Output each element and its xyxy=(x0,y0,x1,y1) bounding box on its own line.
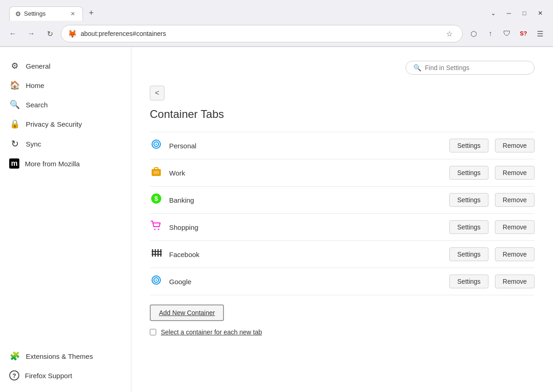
sidebar: ⚙ General 🏠 Home 🔍 Search 🔒 Privacy & Se… xyxy=(0,47,131,392)
chevron-down-button[interactable]: ⌄ xyxy=(486,6,500,19)
back-button[interactable]: ← xyxy=(6,26,20,41)
sync-icon: ↻ xyxy=(9,138,20,149)
sidebar-item-sync[interactable]: ↻ Sync xyxy=(0,134,131,154)
google-container-icon xyxy=(150,275,163,288)
shopping-container-icon xyxy=(150,220,163,234)
mozilla-icon: m xyxy=(9,158,19,169)
minimize-button[interactable]: ─ xyxy=(501,6,516,19)
container-name-facebook: Facebook xyxy=(169,251,443,258)
svg-text:$: $ xyxy=(154,195,158,202)
select-container-checkbox[interactable] xyxy=(150,329,156,335)
support-icon: ? xyxy=(9,370,19,380)
tab-close-button[interactable]: ✕ xyxy=(69,10,77,18)
lock-icon: 🔒 xyxy=(9,119,20,129)
table-row: $ Banking Settings Remove xyxy=(150,187,535,214)
facebook-settings-button[interactable]: Settings xyxy=(449,247,488,261)
window-controls: ⌄ ─ □ ✕ xyxy=(486,6,547,19)
table-row: Shopping Settings Remove xyxy=(150,214,535,241)
tab-title: Settings xyxy=(24,10,66,17)
work-settings-button[interactable]: Settings xyxy=(449,166,488,180)
select-container-row: Select a container for each new tab xyxy=(150,328,535,336)
sidebar-label-extensions: Extensions & Themes xyxy=(26,352,93,360)
gear-icon: ⚙ xyxy=(9,61,20,71)
work-remove-button[interactable]: Remove xyxy=(495,166,535,180)
sidebar-item-home[interactable]: 🏠 Home xyxy=(0,76,131,95)
sidebar-item-privacy[interactable]: 🔒 Privacy & Security xyxy=(0,114,131,134)
sidebar-label-sync: Sync xyxy=(26,140,41,148)
sidebar-item-search[interactable]: 🔍 Search xyxy=(0,95,131,114)
sidebar-item-support[interactable]: ? Firefox Support xyxy=(0,366,131,385)
sidebar-spacer xyxy=(0,173,131,182)
banking-container-icon: $ xyxy=(150,193,163,207)
browser-chrome: ⚙ Settings ✕ + ⌄ ─ □ ✕ ← → ↻ 🦊 about:pre… xyxy=(0,0,553,47)
shopping-settings-button[interactable]: Settings xyxy=(449,220,488,234)
sidebar-label-mozilla: More from Mozilla xyxy=(25,160,80,168)
menu-button[interactable]: ☰ xyxy=(533,26,547,41)
sp-button[interactable]: S? xyxy=(516,26,531,41)
tab-bar: ⚙ Settings ✕ + xyxy=(9,6,482,20)
table-row: Facebook Settings Remove xyxy=(150,241,535,268)
svg-point-18 xyxy=(156,280,157,281)
pocket-button[interactable]: ⬡ xyxy=(466,26,481,41)
banking-remove-button[interactable]: Remove xyxy=(495,193,535,207)
new-tab-button[interactable]: + xyxy=(85,6,98,19)
bookmark-star-button[interactable]: ☆ xyxy=(443,27,456,40)
google-remove-button[interactable]: Remove xyxy=(495,275,535,288)
address-text: about:preferences#containers xyxy=(81,30,439,37)
personal-settings-button[interactable]: Settings xyxy=(449,139,488,152)
toolbar-icons: ⬡ ↑ 🛡 S? ☰ xyxy=(466,26,547,41)
reload-button[interactable]: ↻ xyxy=(42,26,57,41)
search-icon: 🔍 xyxy=(9,99,20,110)
sidebar-label-search: Search xyxy=(26,101,48,109)
personal-remove-button[interactable]: Remove xyxy=(495,139,535,152)
find-settings-input-wrapper[interactable]: 🔍 xyxy=(406,61,535,75)
container-name-banking: Banking xyxy=(169,196,443,204)
sidebar-label-privacy: Privacy & Security xyxy=(26,120,82,128)
google-settings-button[interactable]: Settings xyxy=(449,275,488,288)
sidebar-label-general: General xyxy=(26,62,50,70)
forward-button[interactable]: → xyxy=(24,26,39,41)
sidebar-item-extensions[interactable]: 🧩 Extensions & Themes xyxy=(0,346,131,366)
container-name-google: Google xyxy=(169,278,443,286)
personal-container-icon xyxy=(150,139,163,152)
sidebar-item-mozilla[interactable]: m More from Mozilla xyxy=(0,154,131,173)
sidebar-label-home: Home xyxy=(26,82,44,89)
work-container-icon xyxy=(150,166,163,180)
back-chevron-icon: < xyxy=(155,89,159,97)
extensions-icon: 🧩 xyxy=(9,351,20,361)
container-name-shopping: Shopping xyxy=(169,223,443,231)
shield-button[interactable]: 🛡 xyxy=(500,26,514,41)
add-new-container-button[interactable]: Add New Container xyxy=(150,304,224,321)
back-to-settings-button[interactable]: < xyxy=(150,86,165,100)
svg-point-8 xyxy=(154,229,156,230)
facebook-remove-button[interactable]: Remove xyxy=(495,247,535,261)
sidebar-nav: ⚙ General 🏠 Home 🔍 Search 🔒 Privacy & Se… xyxy=(0,56,131,173)
banking-settings-button[interactable]: Settings xyxy=(449,193,488,207)
find-search-icon: 🔍 xyxy=(413,64,421,71)
settings-tab[interactable]: ⚙ Settings ✕ xyxy=(9,6,83,21)
container-list: Personal Settings Remove Work Settings R… xyxy=(150,132,535,295)
table-row: Work Settings Remove xyxy=(150,159,535,187)
svg-rect-5 xyxy=(153,171,159,174)
address-bar[interactable]: 🦊 about:preferences#containers ☆ xyxy=(61,25,463,42)
sidebar-item-general[interactable]: ⚙ General xyxy=(0,56,131,76)
share-button[interactable]: ↑ xyxy=(483,26,498,41)
table-row: Google Settings Remove xyxy=(150,268,535,295)
nav-bar: ← → ↻ 🦊 about:preferences#containers ☆ ⬡… xyxy=(0,22,553,47)
sidebar-label-support: Firefox Support xyxy=(25,372,72,380)
table-row: Personal Settings Remove xyxy=(150,132,535,159)
svg-point-9 xyxy=(158,229,159,230)
home-icon: 🏠 xyxy=(9,80,20,90)
select-container-label[interactable]: Select a container for each new tab xyxy=(161,328,262,336)
firefox-logo-icon: 🦊 xyxy=(68,29,77,38)
page-title: Container Tabs xyxy=(150,108,535,121)
maximize-button[interactable]: □ xyxy=(517,6,532,19)
shopping-remove-button[interactable]: Remove xyxy=(495,220,535,234)
content-area: 🔍 < Container Tabs Personal Settings xyxy=(131,47,553,392)
find-settings-input[interactable] xyxy=(425,64,527,71)
svg-point-2 xyxy=(156,144,157,145)
facebook-container-icon xyxy=(150,247,163,261)
main-layout: ⚙ General 🏠 Home 🔍 Search 🔒 Privacy & Se… xyxy=(0,47,553,392)
close-button[interactable]: ✕ xyxy=(533,6,547,19)
sidebar-nav-bottom: 🧩 Extensions & Themes ? Firefox Support xyxy=(0,346,131,385)
